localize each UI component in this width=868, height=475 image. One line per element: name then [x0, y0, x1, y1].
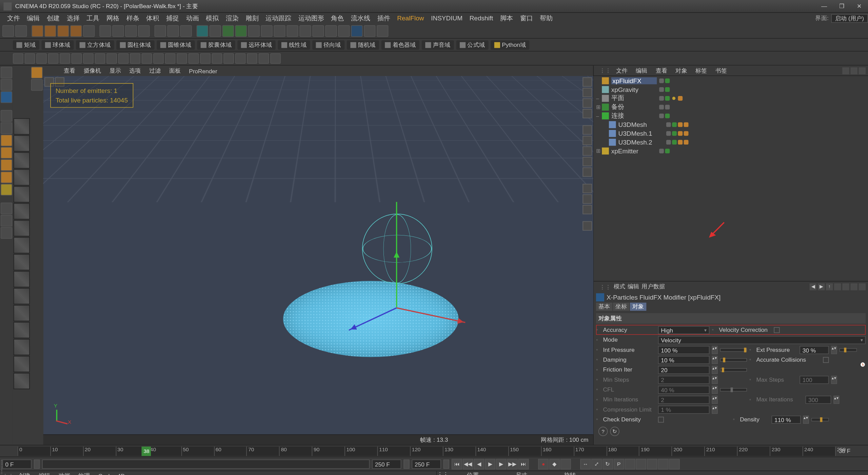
lt-icon[interactable] [1, 79, 13, 91]
end-frame2[interactable]: 250 F [412, 459, 441, 469]
checkdensity-checkbox[interactable] [658, 416, 664, 422]
menu-select[interactable]: 选择 [63, 13, 83, 23]
domain-shader[interactable]: 着色器域 [381, 40, 419, 50]
strip-icon[interactable] [200, 53, 211, 63]
domain-random[interactable]: 随机域 [347, 40, 379, 50]
domain-formula[interactable]: 公式域 [456, 40, 489, 50]
layout-dropdown[interactable]: 启动 (用户) [831, 14, 868, 23]
move-tool[interactable] [44, 25, 56, 37]
vp-tool-icon[interactable] [583, 205, 592, 214]
select-tool[interactable] [32, 25, 43, 37]
strip-icon[interactable] [270, 53, 281, 63]
strip-icon[interactable] [48, 53, 58, 63]
density-slider[interactable] [811, 418, 829, 421]
axis-z-toggle[interactable] [125, 25, 137, 37]
strip-icon[interactable] [36, 53, 47, 63]
domain-cylinder[interactable]: 圆柱体域 [116, 40, 154, 50]
menu-script[interactable]: 脚本 [497, 13, 517, 23]
strip-icon[interactable] [165, 53, 175, 63]
key-scale[interactable]: ⤢ [591, 459, 602, 469]
cube-primitive[interactable] [197, 25, 209, 37]
attr-nav-next[interactable]: ▶ [818, 283, 825, 290]
vp-tool-icon[interactable] [583, 136, 592, 145]
tool-e[interactable] [377, 25, 389, 37]
grip-icon[interactable]: ⋮⋮ [599, 284, 611, 290]
menu-realflow[interactable]: RealFlow [394, 13, 428, 23]
grip-icon[interactable]: ⋮⋮ [2, 473, 14, 475]
lt-icon[interactable] [1, 110, 13, 122]
extpressure-input[interactable]: 30 % [800, 346, 829, 354]
rotate-tool[interactable] [70, 25, 82, 37]
next-frame[interactable]: ▶ [496, 459, 507, 469]
vp-menu-panel[interactable]: 面板 [166, 67, 184, 75]
texture-swatch[interactable] [14, 271, 30, 287]
texture-swatch[interactable] [14, 135, 30, 151]
generator[interactable] [222, 25, 234, 37]
vp-tool-icon[interactable] [583, 221, 592, 231]
deformer[interactable] [248, 25, 260, 37]
tree-row-xpfluidfx[interactable]: xpFluidFX [594, 76, 868, 85]
strip-icon[interactable] [247, 53, 257, 63]
spinner[interactable]: ▴▾ [712, 346, 717, 354]
timeline-ruler[interactable]: 0102030405060708090100110120130140150160… [18, 446, 835, 456]
spinner[interactable]: ▴▾ [712, 365, 717, 374]
tree-row-u3dmesh1[interactable]: U3DMesh.1 [594, 129, 868, 138]
environment[interactable] [261, 25, 273, 37]
maximize-button[interactable]: ❐ [833, 0, 851, 13]
axis-y[interactable] [396, 202, 397, 307]
texture-swatch[interactable] [14, 356, 30, 372]
end-frame[interactable]: 250 F [372, 459, 401, 469]
strip-icon[interactable] [71, 53, 82, 63]
om-edit[interactable]: 编辑 [632, 66, 651, 75]
tool-d[interactable] [364, 25, 376, 37]
strip-icon[interactable] [177, 53, 187, 63]
attr-nav-icon[interactable] [859, 283, 866, 290]
menu-pipeline[interactable]: 流水线 [348, 13, 374, 23]
tool-c[interactable] [351, 25, 363, 37]
vp-tool-icon[interactable] [583, 109, 592, 118]
vp-tool-icon[interactable] [583, 125, 592, 135]
attr-userdata[interactable]: 用户数据 [642, 283, 665, 291]
play[interactable]: ▶ [485, 459, 495, 469]
menu-mograph[interactable]: 运动图形 [295, 13, 328, 23]
vp-tool-icon[interactable] [583, 88, 592, 97]
intpressure-input[interactable]: 100 % [658, 346, 710, 354]
accurate-collisions-checkbox[interactable] [823, 357, 829, 362]
generator2[interactable] [235, 25, 247, 37]
strip-icon[interactable] [24, 53, 35, 63]
camera[interactable] [274, 25, 285, 37]
tree-row-u3dmesh[interactable]: U3DMesh [594, 120, 868, 129]
spinner[interactable] [403, 459, 409, 469]
attr-nav-prev[interactable]: ◀ [810, 283, 817, 290]
tree-row-xpgravity[interactable]: xpGravity [594, 85, 868, 94]
domain-rect[interactable]: 矩域 [13, 40, 39, 50]
accuracy-dropdown[interactable]: High [658, 326, 710, 334]
menu-file[interactable]: 文件 [3, 13, 23, 23]
tree-row-connect[interactable]: –连接 [594, 111, 868, 120]
domain-torus[interactable]: 远环体域 [237, 40, 275, 50]
prev-key[interactable]: ◀◀ [463, 459, 473, 469]
tc-icon[interactable] [669, 459, 680, 469]
key-pos[interactable]: ↔ [580, 459, 591, 469]
om-icon[interactable] [850, 67, 857, 74]
lt-icon[interactable] [1, 203, 13, 214]
tab-object[interactable]: 对象 [630, 303, 646, 311]
domain-sphere[interactable]: 球体域 [41, 40, 74, 50]
light[interactable] [287, 25, 298, 37]
vp-tool-icon[interactable] [583, 167, 592, 177]
texture-swatch[interactable] [14, 186, 30, 203]
om-file[interactable]: 文件 [612, 66, 631, 75]
strip-icon[interactable] [13, 53, 23, 63]
spinner[interactable] [34, 459, 40, 469]
menu-tools[interactable]: 工具 [83, 13, 103, 23]
tab-coord[interactable]: 坐标 [613, 303, 629, 311]
domain-cone[interactable]: 圆锥体域 [157, 40, 195, 50]
lt-icon[interactable] [1, 215, 13, 227]
domain-linear[interactable]: 线性域 [278, 40, 310, 50]
mat-function[interactable]: 功能 [55, 472, 74, 475]
texture-swatch[interactable] [14, 254, 30, 270]
damping-slider[interactable] [720, 358, 747, 361]
undo-button[interactable] [2, 25, 14, 37]
menu-window[interactable]: 窗口 [516, 13, 536, 23]
texture-swatch[interactable] [14, 203, 30, 220]
